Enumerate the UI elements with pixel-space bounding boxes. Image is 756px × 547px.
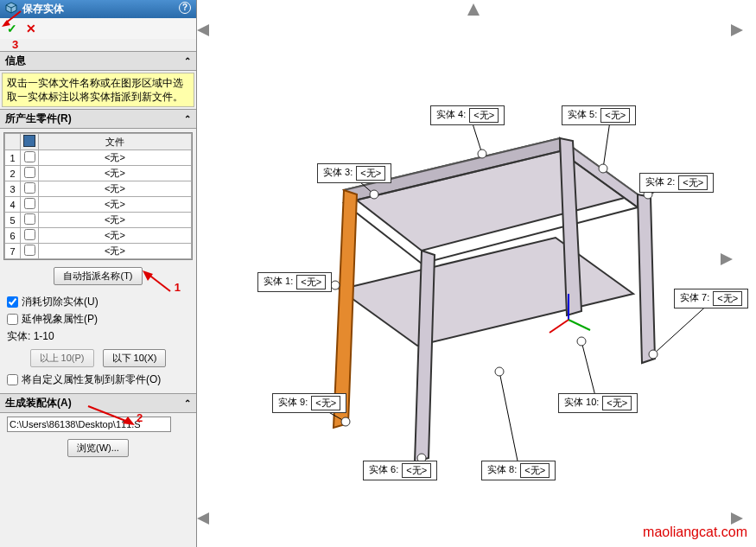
svg-point-33 — [599, 164, 607, 173]
svg-point-36 — [495, 367, 504, 376]
row-index: 1 — [5, 150, 21, 166]
callout-value[interactable]: <无> — [356, 166, 385, 181]
svg-marker-45 — [731, 512, 743, 525]
info-title: 信息 — [5, 54, 26, 68]
collapse-icon[interactable]: ⌃ — [184, 398, 191, 408]
svg-marker-42 — [197, 24, 209, 36]
row-file[interactable]: <无> — [39, 213, 192, 228]
assembly-title: 生成装配体(A) — [5, 396, 72, 410]
svg-line-8 — [88, 406, 128, 422]
callout-value[interactable]: <无> — [311, 396, 340, 410]
body-callout[interactable]: 实体 10:<无> — [558, 393, 638, 413]
prev-10-button[interactable]: 以上 10(P) — [30, 349, 94, 367]
extend-visual-input[interactable] — [7, 314, 18, 325]
svg-point-38 — [577, 337, 586, 346]
svg-marker-15 — [334, 190, 357, 428]
body-callout[interactable]: 实体 2:<无> — [639, 173, 714, 193]
table-row[interactable]: 7<无> — [5, 244, 192, 259]
callout-value[interactable]: <无> — [469, 108, 499, 123]
annotation-1: 1 — [175, 281, 181, 294]
svg-marker-47 — [721, 253, 733, 265]
callout-label: 实体 6: — [369, 463, 398, 478]
browse-button[interactable]: 浏览(W)... — [67, 439, 129, 457]
row-file[interactable]: <无> — [39, 228, 192, 244]
panel-title: 保存实体 — [22, 2, 64, 16]
callout-value[interactable]: <无> — [602, 396, 632, 410]
row-index: 4 — [5, 197, 21, 213]
table-row[interactable]: 1<无> — [5, 150, 192, 166]
info-section-header: 信息 ⌃ — [0, 51, 196, 71]
callout-value[interactable]: <无> — [296, 275, 326, 289]
callout-label: 实体 1: — [264, 275, 293, 289]
col-file: 文件 — [39, 134, 192, 150]
row-checkbox[interactable] — [24, 229, 35, 240]
body-callout[interactable]: 实体 6:<无> — [363, 461, 437, 480]
property-panel: 保存实体 ? ✓ ✕ 3 信息 ⌃ 双击一实体文件名称或在图形区域中选取一实体标… — [0, 0, 197, 547]
row-file[interactable]: <无> — [39, 166, 192, 181]
col-index — [5, 134, 21, 150]
body-callout[interactable]: 实体 9:<无> — [272, 393, 346, 413]
table-row[interactable]: 5<无> — [5, 213, 192, 228]
callout-value[interactable]: <无> — [713, 291, 742, 306]
copy-props-checkbox[interactable]: 将自定义属性复制到新零件(O) — [7, 372, 189, 387]
svg-point-35 — [649, 350, 658, 359]
row-index: 3 — [5, 181, 21, 197]
callout-value[interactable]: <无> — [402, 463, 431, 478]
row-checkbox[interactable] — [24, 151, 35, 162]
col-save-icon — [21, 134, 39, 150]
row-checkbox[interactable] — [24, 213, 35, 225]
red-arrow-1 — [141, 269, 172, 293]
callout-value[interactable]: <无> — [678, 175, 708, 190]
table-row[interactable]: 2<无> — [5, 166, 192, 181]
row-checkbox[interactable] — [24, 245, 35, 256]
row-index: 2 — [5, 166, 21, 181]
svg-point-29 — [331, 281, 340, 289]
consume-cut-input[interactable] — [7, 296, 18, 308]
body-count-label: 实体: 1-10 — [7, 329, 189, 344]
svg-line-26 — [499, 372, 520, 474]
body-callout[interactable]: 实体 3:<无> — [317, 163, 391, 183]
callout-value[interactable]: <无> — [600, 108, 630, 123]
svg-point-32 — [478, 149, 486, 158]
extend-visual-checkbox[interactable]: 延伸视象属性(P) — [7, 312, 189, 327]
table-row[interactable]: 6<无> — [5, 228, 192, 244]
cancel-button[interactable]: ✕ — [26, 22, 36, 35]
table-row[interactable]: 4<无> — [5, 197, 192, 213]
row-file[interactable]: <无> — [39, 150, 192, 166]
auto-assign-name-button[interactable]: 自动指派名称(T) — [54, 267, 142, 285]
next-10-button[interactable]: 以下 10(X) — [103, 349, 167, 367]
body-callout[interactable]: 实体 7:<无> — [674, 289, 748, 308]
help-icon[interactable]: ? — [179, 2, 191, 14]
body-callout[interactable]: 实体 1:<无> — [257, 272, 332, 292]
consume-cut-checkbox[interactable]: 消耗切除实体(U) — [7, 295, 189, 309]
row-checkbox[interactable] — [24, 182, 35, 194]
row-file[interactable]: <无> — [39, 181, 192, 197]
row-file[interactable]: <无> — [39, 244, 192, 259]
row-checkbox[interactable] — [24, 198, 35, 209]
row-index: 6 — [5, 228, 21, 244]
svg-line-25 — [653, 302, 710, 354]
row-checkbox[interactable] — [24, 167, 35, 178]
parts-title: 所产生零件(R) — [5, 111, 72, 126]
table-row[interactable]: 3<无> — [5, 181, 192, 197]
body-callout[interactable]: 实体 8:<无> — [481, 461, 556, 480]
collapse-icon[interactable]: ⌃ — [184, 114, 191, 124]
confirm-bar: ✓ ✕ 3 — [0, 18, 196, 39]
callout-label: 实体 9: — [278, 396, 308, 410]
body-callout[interactable]: 实体 5:<无> — [562, 105, 636, 125]
row-index: 7 — [5, 244, 21, 259]
svg-line-41 — [550, 320, 569, 333]
copy-props-input[interactable] — [7, 374, 18, 385]
graphics-viewport[interactable]: 实体 1:<无>实体 2:<无>实体 3:<无>实体 4:<无>实体 5:<无>… — [197, 0, 756, 547]
collapse-icon[interactable]: ⌃ — [184, 56, 191, 66]
callout-label: 实体 4: — [436, 108, 466, 123]
row-index: 5 — [5, 213, 21, 228]
body-callout[interactable]: 实体 4:<无> — [430, 105, 505, 125]
callout-label: 实体 10: — [564, 396, 599, 410]
callout-label: 实体 5: — [568, 108, 597, 123]
callout-value[interactable]: <无> — [520, 463, 550, 478]
svg-line-23 — [603, 121, 610, 169]
row-file[interactable]: <无> — [39, 197, 192, 213]
callout-label: 实体 2: — [645, 175, 675, 190]
callout-label: 实体 8: — [487, 463, 517, 478]
